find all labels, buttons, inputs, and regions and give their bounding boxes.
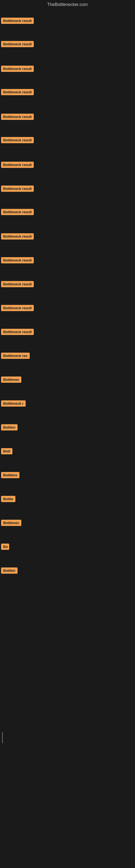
bottleneck-badge: Bottleneck result [1, 305, 34, 311]
bottleneck-badge: Bottleneck result [1, 281, 34, 287]
bottleneck-item-23[interactable]: Bo [1, 544, 9, 551]
bottleneck-badge: Bottleneck result [1, 114, 34, 120]
bottleneck-badge: Bottlenec [1, 520, 21, 526]
bottleneck-item-12[interactable]: Bottleneck result [1, 281, 34, 288]
bottleneck-badge: Bottlen [1, 424, 17, 431]
bottleneck-badge: Bottlenec [1, 376, 21, 383]
bottleneck-item-10[interactable]: Bottleneck result [1, 233, 34, 241]
bottleneck-badge: Bottleneck result [1, 186, 34, 192]
bottleneck-badge: Bottleneck result [1, 137, 34, 143]
site-title: TheBottlenecker.com [0, 0, 135, 10]
bottleneck-badge: Bottleneck result [1, 41, 34, 47]
bottleneck-item-15[interactable]: Bottleneck res [1, 352, 30, 360]
bottleneck-badge: Bottlens [1, 472, 19, 478]
bottleneck-item-14[interactable]: Bottleneck result [1, 329, 34, 336]
bottleneck-item-18[interactable]: Bottlen [1, 424, 17, 432]
cursor-line [2, 733, 3, 743]
bottleneck-item-16[interactable]: Bottlenec [1, 376, 21, 384]
bottleneck-item-22[interactable]: Bottlenec [1, 520, 21, 527]
bottleneck-badge: Bottleneck result [1, 18, 34, 24]
bottleneck-badge: Bottleneck result [1, 257, 34, 264]
bottleneck-item-9[interactable]: Bottleneck result [1, 209, 34, 216]
bottleneck-item-2[interactable]: Bottleneck result [1, 41, 34, 48]
bottleneck-badge: Bo [1, 544, 9, 550]
bottleneck-item-1[interactable]: Bottleneck result [1, 18, 34, 25]
bottleneck-item-4[interactable]: Bottleneck result [1, 89, 34, 96]
bottleneck-item-6[interactable]: Bottleneck result [1, 137, 34, 144]
bottleneck-item-20[interactable]: Bottlens [1, 472, 19, 479]
bottleneck-item-24[interactable]: Bottlen [1, 567, 17, 575]
bottleneck-item-5[interactable]: Bottleneck result [1, 114, 34, 121]
bottleneck-badge: Bott [1, 448, 12, 454]
bottleneck-badge: Bottleneck result [1, 329, 34, 335]
bottleneck-item-7[interactable]: Bottleneck result [1, 162, 34, 169]
bottleneck-item-11[interactable]: Bottleneck result [1, 257, 34, 265]
bottleneck-item-8[interactable]: Bottleneck result [1, 186, 34, 193]
bottleneck-item-21[interactable]: Bottle [1, 496, 15, 503]
bottleneck-badge: Bottleneck r [1, 400, 26, 407]
bottleneck-badge: Bottleneck result [1, 89, 34, 95]
bottleneck-badge: Bottlen [1, 567, 17, 574]
bottleneck-item-19[interactable]: Bott [1, 448, 12, 456]
bottleneck-item-17[interactable]: Bottleneck r [1, 400, 26, 408]
bottleneck-badge: Bottleneck res [1, 352, 30, 359]
bottleneck-badge: Bottleneck result [1, 209, 34, 215]
bottleneck-badge: Bottleneck result [1, 162, 34, 168]
bottleneck-item-13[interactable]: Bottleneck result [1, 305, 34, 312]
bottleneck-badge: Bottleneck result [1, 233, 34, 240]
bottleneck-item-3[interactable]: Bottleneck result [1, 66, 34, 73]
bottleneck-badge: Bottleneck result [1, 66, 34, 72]
bottleneck-badge: Bottle [1, 496, 15, 502]
